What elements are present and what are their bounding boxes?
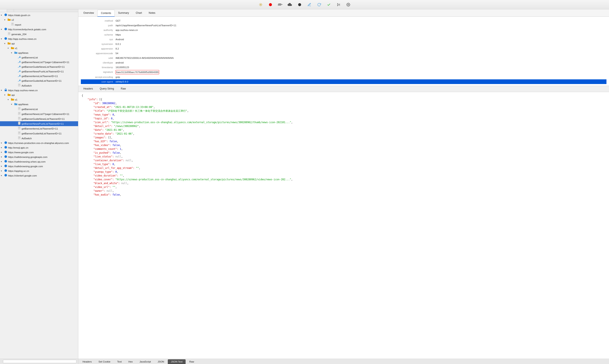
tree-icon [4, 141, 8, 145]
nav-tab-contents[interactable]: Contents [97, 10, 115, 17]
tree-item[interactable]: report [0, 22, 78, 27]
tree-item[interactable]: getBannerNewsList7?page=1&bannerID=11 [0, 112, 78, 117]
tree-item[interactable]: ▾http://app.suzhou-news.cn [0, 37, 78, 41]
tree-icon [4, 27, 8, 31]
circle-icon[interactable] [297, 2, 303, 8]
tree-item-label: getBannerNewsPushList?bannerID=11 [22, 122, 77, 126]
svg-point-54 [4, 165, 7, 167]
footer-tab-javascript[interactable]: JavaScript [136, 359, 154, 364]
tab-structure[interactable] [0, 9, 7, 12]
stream-icon[interactable] [277, 2, 283, 8]
footer-tab-set-cookie[interactable]: Set Cookie [95, 359, 113, 364]
tree-item[interactable]: ▾https://applog.uc.cn [0, 169, 78, 173]
bottom-tab-query-string[interactable]: Query String [96, 86, 117, 92]
tree-item[interactable]: getBannerNewsPushList?bannerID=11 [0, 69, 78, 74]
tree-item-label: getBannerGuideAdList?bannerID=11 [22, 132, 77, 135]
header-key: accept-encoding [82, 75, 116, 79]
tree-item[interactable]: getBannerNewsPushList?bannerID=11 [0, 121, 78, 126]
cloud-icon[interactable] [287, 2, 293, 8]
tree-item[interactable]: getBannerGuideNewsList?bannerID=11 [0, 65, 78, 69]
footer-tabs: HeadersSet CookieTextHexJavaScriptJSONJS… [78, 359, 609, 364]
tree-item-label: http://emoji.qpic.cn [8, 146, 77, 150]
tree-item-label: http://app.suzhou-news.cn [8, 37, 77, 41]
tree-item-label: api [12, 93, 77, 97]
tree-item[interactable]: ▾http://connectivitycheck.gstatic.com [0, 27, 78, 32]
tree-item[interactable]: ▾https://clients4.google.com [0, 173, 78, 178]
header-value: android [116, 61, 124, 65]
record-icon[interactable] [268, 2, 273, 8]
svg-point-22 [19, 75, 20, 76]
tree-icon [17, 79, 21, 83]
tree-item[interactable]: ▾https://www.google.com [0, 150, 78, 155]
tree-item[interactable]: generate_204 [0, 32, 78, 37]
tree-item[interactable]: getBanneritemsList?bannerID=11 [0, 126, 78, 131]
tree-item[interactable]: getBannerGuideNewsList?bannerID=11 [0, 117, 78, 121]
footer-tab-hex[interactable]: Hex [125, 359, 136, 364]
svg-point-52 [4, 155, 7, 158]
footer-tab-json[interactable]: JSON [155, 359, 167, 364]
tree-item-label: https://safebrowsing.urlsec.qq.com [8, 160, 77, 164]
nav-tab-summary[interactable]: Summary [115, 10, 132, 16]
tree-item[interactable]: ▾api [0, 41, 78, 46]
tree-item-label: getBanneritemsList?bannerID=11 [22, 74, 77, 78]
nav-tab-chart[interactable]: Chart [132, 10, 145, 16]
tree-icon [4, 160, 8, 164]
tree-item-label: http://connectivitycheck.gstatic.com [8, 27, 77, 31]
header-row: :authorityapp.suzhou-news.cn [82, 28, 606, 32]
tree-arrow: ▾ [4, 42, 7, 46]
tree-item[interactable]: ▾https://safebrowsing.urlsec.qq.com [0, 159, 78, 164]
pencil-icon[interactable] [306, 2, 312, 8]
tree-icon [4, 146, 8, 150]
tree-item[interactable]: getBannersList [0, 107, 78, 112]
tree-item[interactable]: ▾v1 [0, 97, 78, 102]
tree-item[interactable]: ▾https://stats.jpush.cn [0, 13, 78, 18]
header-value: 6.0.1 [116, 42, 121, 46]
tree-item[interactable]: ▾api [0, 93, 78, 97]
header-row: appversion8.2 [82, 46, 606, 51]
footer-tab-headers[interactable]: Headers [79, 359, 95, 364]
check-icon[interactable] [326, 2, 332, 8]
tree-item[interactable]: getBanneritemsList?bannerID=11 [0, 74, 78, 78]
tree-arrow: ▾ [1, 141, 4, 145]
forward-icon[interactable] [336, 2, 341, 8]
tree-icon [11, 98, 14, 102]
tree-item-label: v1 [15, 98, 77, 102]
header-key: sysversion [82, 42, 116, 46]
nav-tab-notes[interactable]: Notes [145, 10, 159, 16]
bottom-tab-headers[interactable]: Headers [80, 86, 96, 92]
tree-item[interactable]: ▾appNews [0, 102, 78, 107]
tree-item[interactable]: getBannerGuideAdList?bannerID=11 [0, 131, 78, 136]
tree-item-label: https://applog.uc.cn [8, 169, 77, 173]
tree-arrow: ▾ [11, 51, 14, 55]
svg-rect-4 [278, 4, 281, 4]
footer-tab-raw[interactable]: Raw [186, 359, 197, 364]
tree-item[interactable]: ▾https://app.suzhou-news.cn [0, 88, 78, 93]
svg-rect-2 [278, 4, 283, 5]
tree-item[interactable]: ▾appNews [0, 51, 78, 55]
tree-icon [17, 56, 21, 59]
tree-item-label: appNews [18, 103, 77, 106]
tree-item[interactable]: getBannerNewsList7?page=1&bannerID=11 [0, 60, 78, 65]
bottom-tab-raw[interactable]: Raw [117, 86, 129, 92]
pointer-icon[interactable] [258, 2, 264, 8]
filter-input[interactable] [3, 360, 76, 363]
tree-item[interactable]: ▾https://safebrowsing.googleapis.com [0, 155, 78, 159]
filter-bar [0, 359, 78, 364]
tree-item[interactable]: ▾http://emoji.qpic.cn [0, 145, 78, 150]
tree-item[interactable]: ▾https://sznews-production.oss-cn-shangh… [0, 141, 78, 145]
refresh-icon[interactable] [316, 2, 322, 8]
settings-icon[interactable] [345, 2, 351, 8]
tree-item[interactable]: ▾v2 [0, 18, 78, 22]
footer-tab-json-text[interactable]: JSON Text [168, 359, 186, 364]
tree-item[interactable]: ▾v1 [0, 46, 78, 51]
tab-sequence[interactable] [7, 9, 14, 12]
header-row: timestamp1610005123 [82, 65, 606, 70]
footer-tab-text[interactable]: Text [114, 359, 125, 364]
nav-tab-overview[interactable]: Overview [80, 10, 97, 16]
svg-marker-6 [337, 3, 339, 6]
tree-item[interactable]: getBannerGuideAdList?bannerID=11 [0, 78, 78, 83]
tree-item[interactable]: ▾https://safebrowsing.google.com [0, 164, 78, 169]
tree-item[interactable]: AdSwitch [0, 83, 78, 88]
tree-item[interactable]: getBannersList [0, 55, 78, 60]
tree-item[interactable]: AdSwitch [0, 136, 78, 141]
